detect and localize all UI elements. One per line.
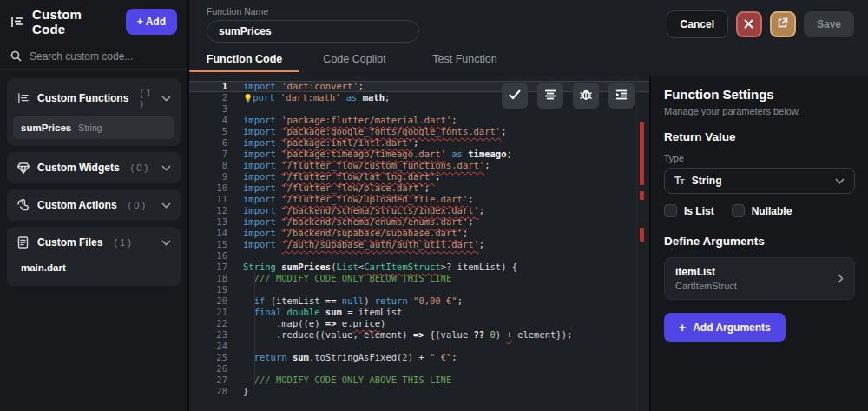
section-label: Custom Actions (37, 199, 117, 211)
list-item-main-dart[interactable]: main.dart (13, 256, 174, 279)
check-button[interactable] (502, 83, 528, 109)
section-count: ( 1 ) (140, 88, 154, 109)
save-button[interactable]: Save (804, 11, 854, 37)
code-line-11[interactable]: 11import '/flutter_flow/uploaded_file.da… (189, 194, 649, 205)
code-line-19[interactable]: 19 (189, 284, 649, 295)
actions-icon (16, 199, 30, 211)
page-title: Custom Code (32, 7, 118, 36)
section-header-custom-files[interactable]: Custom Files( 1 ) (10, 229, 178, 255)
nullable-checkbox[interactable]: Nullable (732, 204, 792, 217)
code-line-27[interactable]: 27 /// MODIFY CODE ONLY ABOVE THIS LINE (189, 375, 649, 386)
open-external-button[interactable] (770, 11, 796, 37)
function-name-input[interactable] (207, 20, 419, 43)
code-token: ; (451, 352, 457, 362)
code-token: ) (364, 295, 375, 306)
code-token: 'dart:convert' (281, 81, 358, 91)
code-token: sum (293, 352, 309, 362)
code-token: /// MODIFY CODE ONLY BELOW THIS LINE (254, 273, 452, 283)
line-number: 2 (189, 92, 227, 103)
code-line-16[interactable]: 16 (189, 250, 649, 262)
cancel-button[interactable]: Cancel (667, 10, 728, 38)
widgets-icon (16, 162, 30, 174)
error-mark (640, 122, 644, 185)
code-token: == (326, 295, 337, 306)
bug-button[interactable] (573, 83, 599, 109)
section-label: Custom Widgets (37, 162, 120, 174)
code-token: ; (413, 137, 418, 148)
code-token: return (375, 295, 408, 306)
indent-button[interactable] (608, 83, 635, 109)
code-line-12[interactable]: 12import '/backend/schema/structs/index.… (189, 205, 649, 216)
error-mark (640, 191, 644, 200)
item-name: main.dart (21, 262, 66, 273)
settings-title: Function Settings (664, 87, 855, 102)
chevron-down-icon (835, 178, 845, 184)
tab-code-copilot[interactable]: Code Copilot (299, 45, 410, 76)
code-token: import (243, 160, 276, 170)
code-token: import (243, 194, 276, 204)
tab-function-code[interactable]: Function Code (189, 45, 299, 76)
line-number: 1 (189, 81, 227, 92)
code-line-28[interactable]: 28} (189, 386, 649, 397)
code-line-13[interactable]: 13import '/backend/schema/enums/enums.da… (189, 216, 649, 228)
tab-test-function[interactable]: Test Function (410, 45, 520, 76)
code-token: (itemList (265, 295, 326, 306)
code-line-26[interactable]: 26 (189, 363, 649, 375)
code-line-18[interactable]: 18 /// MODIFY CODE ONLY BELOW THIS LINE (189, 273, 649, 284)
close-button[interactable] (736, 11, 762, 37)
code-token: '/backend/schema/enums/enums.dart' (281, 216, 468, 227)
code-line-6[interactable]: 6import 'package:intl/intl.dart'; (189, 137, 649, 149)
argument-item-itemlist[interactable]: itemListCartItemStruct (664, 257, 855, 300)
code-token: .map((e) (243, 318, 326, 328)
code-line-4[interactable]: 4import 'package:flutter/material.dart'; (189, 115, 649, 126)
search-input[interactable] (30, 50, 160, 63)
return-type-value: String (692, 175, 827, 187)
list-item-sumprices[interactable]: sumPricesString (13, 116, 174, 139)
code-line-23[interactable]: 23 .reduce((value, element) => {(value ?… (189, 329, 649, 341)
checkbox-icon (732, 204, 745, 217)
code-line-8[interactable]: 8import '/flutter_flow/custom_functions.… (189, 160, 649, 171)
add-arguments-button[interactable]: + Add Arguments (664, 313, 786, 342)
is-list-checkbox[interactable]: Is List (664, 204, 714, 217)
add-button[interactable]: + Add (126, 9, 177, 35)
is-list-label: Is List (684, 205, 714, 217)
chevron-down-icon (161, 165, 171, 171)
code-line-9[interactable]: 9import '/flutter_flow/lat_lng.dart'; (189, 171, 649, 182)
code-line-10[interactable]: 10import '/flutter_flow/place.dart'; (189, 182, 649, 194)
format-icon (544, 89, 556, 103)
add-arguments-label: Add Arguments (693, 322, 771, 334)
code-token: ; (484, 160, 490, 170)
code-line-5[interactable]: 5import 'package:google_fonts/google_fon… (189, 126, 649, 137)
code-token: ; (468, 216, 473, 227)
line-number: 17 (189, 262, 227, 273)
files-icon (16, 236, 30, 249)
code-line-7[interactable]: 7import 'package:timeago/timeago.dart' a… (189, 149, 649, 160)
section-header-custom-actions[interactable]: Custom Actions( 0 ) (10, 192, 178, 218)
code-token: final (254, 307, 282, 317)
section-header-custom-widgets[interactable]: Custom Widgets( 0 ) (10, 155, 178, 181)
code-line-22[interactable]: 22 .map((e) => e.price) (189, 318, 649, 329)
editor-scrollbar[interactable] (636, 76, 637, 411)
format-button[interactable] (537, 83, 563, 109)
search-icon (10, 50, 22, 62)
code-token: null (342, 295, 364, 306)
code-line-24[interactable]: 24 (189, 341, 649, 352)
code-line-17[interactable]: 17String sumPrices(List<CartItemStruct>?… (189, 262, 649, 273)
code-line-21[interactable]: 21 final double sum = itemList (189, 307, 649, 318)
return-type-dropdown[interactable]: TT String (664, 168, 855, 194)
section-label: Custom Files (37, 236, 102, 249)
code-line-14[interactable]: 14import '/backend/supabase/supabase.dar… (189, 228, 649, 239)
code-line-25[interactable]: 25 return sum.toStringAsFixed(2) + " €"; (189, 352, 649, 363)
topbar: Function Name Cancel (189, 0, 868, 45)
plus-icon: + (679, 321, 686, 335)
code-editor[interactable]: 1import 'dart:convert';2💡port 'dart:math… (189, 76, 649, 411)
section-header-custom-functions[interactable]: Custom Functions( 1 ) (10, 81, 178, 116)
code-token: import (243, 239, 276, 249)
type-label: Type (664, 153, 855, 163)
code-token: import (243, 228, 276, 238)
line-number: 5 (189, 126, 227, 137)
code-token: import (243, 126, 276, 136)
code-line-15[interactable]: 15import '/auth/supabase_auth/auth_util.… (189, 239, 649, 250)
code-line-20[interactable]: 20 if (itemList == null) return "0,00 €"… (189, 295, 649, 307)
checkbox-icon (664, 204, 677, 217)
